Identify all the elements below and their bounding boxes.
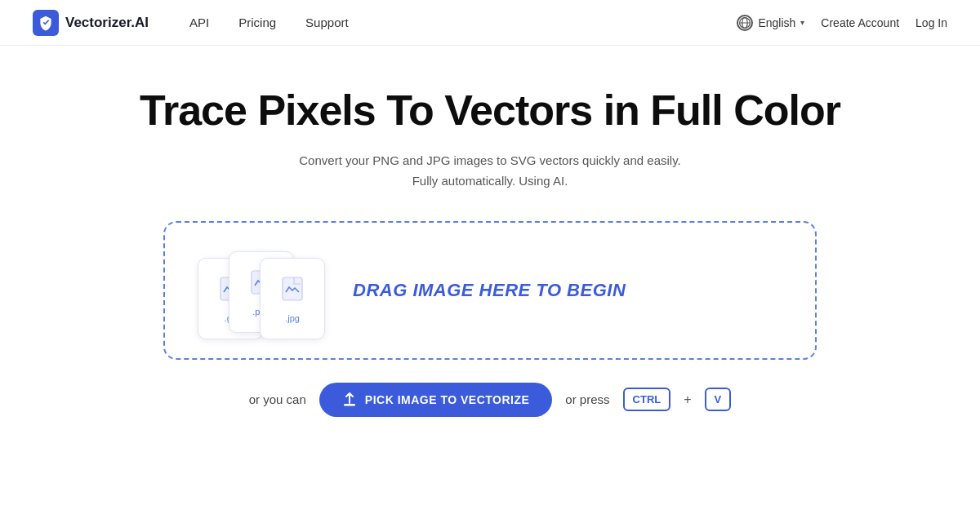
file-label-jpg: .jpg bbox=[285, 313, 300, 323]
subtitle-line1: Convert your PNG and JPG images to SVG v… bbox=[299, 153, 680, 167]
language-selector[interactable]: English ▾ bbox=[737, 15, 804, 31]
or-press-label: or press bbox=[565, 392, 609, 406]
subtitle-line2: Fully automatically. Using AI. bbox=[412, 174, 568, 188]
logo-icon bbox=[33, 10, 59, 36]
upload-icon bbox=[342, 392, 357, 407]
login-button[interactable]: Log In bbox=[915, 16, 947, 29]
globe-icon bbox=[737, 15, 753, 31]
nav-links: API Pricing Support bbox=[189, 16, 737, 29]
chevron-down-icon: ▾ bbox=[800, 18, 804, 27]
file-icons: .gif .png bbox=[198, 241, 328, 339]
v-key-badge: V bbox=[705, 388, 732, 411]
hero-title: Trace Pixels To Vectors in Full Color bbox=[140, 86, 840, 135]
nav-link-support[interactable]: Support bbox=[305, 16, 349, 29]
drag-drop-label: DRAG IMAGE HERE TO BEGIN bbox=[353, 280, 626, 301]
nav-right: English ▾ Create Account Log In bbox=[737, 15, 947, 31]
nav-link-api[interactable]: API bbox=[189, 16, 209, 29]
svg-rect-6 bbox=[344, 404, 355, 406]
pick-image-label: PICK IMAGE TO VECTORIZE bbox=[365, 393, 530, 406]
svg-rect-5 bbox=[283, 277, 302, 300]
pick-image-button[interactable]: PICK IMAGE TO VECTORIZE bbox=[319, 383, 553, 417]
file-card-jpg: .jpg bbox=[260, 258, 325, 339]
logo-text: Vectorizer.AI bbox=[65, 15, 149, 31]
plus-sign: + bbox=[684, 392, 691, 407]
ctrl-key-badge: CTRL bbox=[623, 388, 671, 411]
logo[interactable]: Vectorizer.AI bbox=[33, 10, 149, 36]
navbar: Vectorizer.AI API Pricing Support Englis… bbox=[0, 0, 980, 46]
main-content: Trace Pixels To Vectors in Full Color Co… bbox=[0, 46, 980, 417]
globe-svg bbox=[738, 16, 751, 29]
language-label: English bbox=[758, 16, 795, 29]
bottom-controls: or you can PICK IMAGE TO VECTORIZE or pr… bbox=[249, 383, 731, 417]
create-account-button[interactable]: Create Account bbox=[821, 16, 899, 29]
file-icon-jpg bbox=[278, 274, 307, 307]
or-prefix-label: or you can bbox=[249, 392, 306, 406]
nav-link-pricing[interactable]: Pricing bbox=[238, 16, 276, 29]
hero-subtitle: Convert your PNG and JPG images to SVG v… bbox=[299, 150, 680, 192]
logo-svg bbox=[38, 15, 54, 31]
drop-zone[interactable]: .gif .png bbox=[163, 221, 817, 360]
